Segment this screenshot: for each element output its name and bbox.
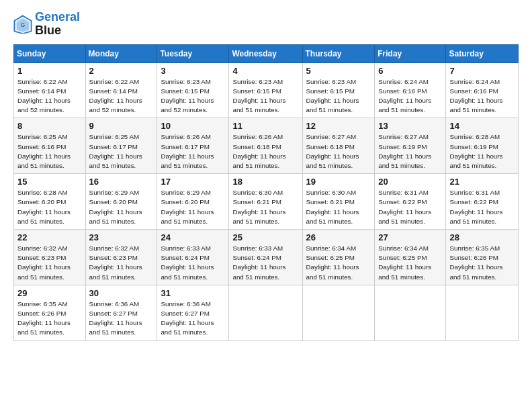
calendar-cell: 8Sunrise: 6:25 AM Sunset: 6:16 PM Daylig… (14, 118, 86, 174)
day-number: 17 (161, 177, 225, 187)
day-number: 2 (89, 66, 154, 76)
day-info: Sunrise: 6:34 AM Sunset: 6:25 PM Dayligh… (306, 244, 371, 282)
day-number: 20 (378, 177, 442, 187)
day-number: 21 (449, 177, 515, 187)
day-number: 24 (161, 232, 225, 242)
day-number: 25 (232, 232, 298, 242)
day-header-wednesday: Wednesday (229, 44, 302, 62)
day-number: 6 (378, 66, 442, 76)
calendar-cell: 1Sunrise: 6:22 AM Sunset: 6:14 PM Daylig… (14, 62, 86, 118)
day-header-tuesday: Tuesday (157, 44, 229, 62)
day-number: 18 (232, 177, 298, 187)
calendar-cell: 16Sunrise: 6:29 AM Sunset: 6:20 PM Dayli… (85, 174, 157, 230)
svg-text:G: G (21, 21, 26, 28)
day-number: 4 (232, 66, 298, 76)
day-number: 19 (306, 177, 371, 187)
day-number: 16 (89, 177, 154, 187)
day-number: 12 (306, 121, 371, 131)
day-number: 14 (449, 121, 515, 131)
day-info: Sunrise: 6:32 AM Sunset: 6:23 PM Dayligh… (89, 244, 154, 282)
day-number: 31 (161, 288, 225, 298)
calendar-cell: 26Sunrise: 6:34 AM Sunset: 6:25 PM Dayli… (302, 230, 375, 285)
day-info: Sunrise: 6:33 AM Sunset: 6:24 PM Dayligh… (161, 244, 225, 282)
day-info: Sunrise: 6:36 AM Sunset: 6:27 PM Dayligh… (161, 300, 225, 338)
day-number: 5 (306, 66, 371, 76)
week-row-1: 1Sunrise: 6:22 AM Sunset: 6:14 PM Daylig… (14, 62, 519, 118)
calendar-cell: 29Sunrise: 6:35 AM Sunset: 6:26 PM Dayli… (14, 285, 86, 340)
calendar-cell: 5Sunrise: 6:23 AM Sunset: 6:15 PM Daylig… (302, 62, 375, 118)
day-info: Sunrise: 6:22 AM Sunset: 6:14 PM Dayligh… (89, 77, 154, 116)
day-info: Sunrise: 6:23 AM Sunset: 6:15 PM Dayligh… (232, 77, 298, 116)
calendar-cell: 25Sunrise: 6:33 AM Sunset: 6:24 PM Dayli… (229, 230, 302, 285)
calendar-cell: 18Sunrise: 6:30 AM Sunset: 6:21 PM Dayli… (229, 174, 302, 230)
day-number: 7 (449, 66, 515, 76)
calendar-cell (375, 285, 446, 340)
day-info: Sunrise: 6:35 AM Sunset: 6:26 PM Dayligh… (449, 244, 515, 282)
day-info: Sunrise: 6:26 AM Sunset: 6:18 PM Dayligh… (232, 132, 298, 171)
day-info: Sunrise: 6:25 AM Sunset: 6:16 PM Dayligh… (17, 132, 82, 171)
logo-icon: G (13, 15, 32, 34)
calendar-cell: 14Sunrise: 6:28 AM Sunset: 6:19 PM Dayli… (446, 118, 519, 174)
day-info: Sunrise: 6:23 AM Sunset: 6:15 PM Dayligh… (306, 77, 371, 116)
day-number: 23 (89, 232, 154, 242)
calendar-cell: 23Sunrise: 6:32 AM Sunset: 6:23 PM Dayli… (85, 230, 157, 285)
day-info: Sunrise: 6:28 AM Sunset: 6:20 PM Dayligh… (17, 188, 82, 226)
day-number: 1 (17, 66, 82, 76)
calendar-cell: 7Sunrise: 6:24 AM Sunset: 6:16 PM Daylig… (446, 62, 519, 118)
day-info: Sunrise: 6:31 AM Sunset: 6:22 PM Dayligh… (449, 188, 515, 226)
week-row-3: 15Sunrise: 6:28 AM Sunset: 6:20 PM Dayli… (14, 174, 519, 230)
day-info: Sunrise: 6:29 AM Sunset: 6:20 PM Dayligh… (89, 188, 154, 226)
day-info: Sunrise: 6:36 AM Sunset: 6:27 PM Dayligh… (89, 300, 154, 338)
day-number: 29 (17, 288, 82, 298)
day-number: 28 (449, 232, 515, 242)
calendar-cell (446, 285, 519, 340)
calendar-cell: 28Sunrise: 6:35 AM Sunset: 6:26 PM Dayli… (446, 230, 519, 285)
day-info: Sunrise: 6:30 AM Sunset: 6:21 PM Dayligh… (232, 188, 298, 226)
calendar-cell: 17Sunrise: 6:29 AM Sunset: 6:20 PM Dayli… (157, 174, 229, 230)
day-number: 11 (232, 121, 298, 131)
day-header-monday: Monday (85, 44, 157, 62)
calendar-cell: 3Sunrise: 6:23 AM Sunset: 6:15 PM Daylig… (157, 62, 229, 118)
day-header-thursday: Thursday (302, 44, 375, 62)
calendar-cell: 10Sunrise: 6:26 AM Sunset: 6:17 PM Dayli… (157, 118, 229, 174)
day-number: 15 (17, 177, 82, 187)
header: G General Blue (13, 11, 519, 38)
day-info: Sunrise: 6:28 AM Sunset: 6:19 PM Dayligh… (449, 132, 515, 171)
day-info: Sunrise: 6:27 AM Sunset: 6:19 PM Dayligh… (378, 132, 442, 171)
page: G General Blue SundayMondayTuesdayWednes… (0, 0, 532, 411)
day-info: Sunrise: 6:33 AM Sunset: 6:24 PM Dayligh… (232, 244, 298, 282)
calendar-cell: 11Sunrise: 6:26 AM Sunset: 6:18 PM Dayli… (229, 118, 302, 174)
day-number: 13 (378, 121, 442, 131)
calendar-cell: 13Sunrise: 6:27 AM Sunset: 6:19 PM Dayli… (375, 118, 446, 174)
day-number: 10 (161, 121, 225, 131)
header-row: SundayMondayTuesdayWednesdayThursdayFrid… (14, 44, 519, 62)
calendar-body: 1Sunrise: 6:22 AM Sunset: 6:14 PM Daylig… (14, 62, 519, 340)
calendar-cell: 15Sunrise: 6:28 AM Sunset: 6:20 PM Dayli… (14, 174, 86, 230)
calendar-cell (302, 285, 375, 340)
day-info: Sunrise: 6:24 AM Sunset: 6:16 PM Dayligh… (449, 77, 515, 116)
calendar-cell: 30Sunrise: 6:36 AM Sunset: 6:27 PM Dayli… (85, 285, 157, 340)
day-info: Sunrise: 6:27 AM Sunset: 6:18 PM Dayligh… (306, 132, 371, 171)
day-info: Sunrise: 6:35 AM Sunset: 6:26 PM Dayligh… (17, 300, 82, 338)
day-number: 22 (17, 232, 82, 242)
calendar-cell: 27Sunrise: 6:34 AM Sunset: 6:25 PM Dayli… (375, 230, 446, 285)
day-number: 9 (89, 121, 154, 131)
day-number: 27 (378, 232, 442, 242)
calendar-cell: 9Sunrise: 6:25 AM Sunset: 6:17 PM Daylig… (85, 118, 157, 174)
calendar-cell: 19Sunrise: 6:30 AM Sunset: 6:21 PM Dayli… (302, 174, 375, 230)
day-info: Sunrise: 6:34 AM Sunset: 6:25 PM Dayligh… (378, 244, 442, 282)
calendar-cell: 2Sunrise: 6:22 AM Sunset: 6:14 PM Daylig… (85, 62, 157, 118)
day-info: Sunrise: 6:24 AM Sunset: 6:16 PM Dayligh… (378, 77, 442, 116)
logo-text: General Blue (35, 11, 80, 38)
day-info: Sunrise: 6:29 AM Sunset: 6:20 PM Dayligh… (161, 188, 225, 226)
day-info: Sunrise: 6:30 AM Sunset: 6:21 PM Dayligh… (306, 188, 371, 226)
week-row-2: 8Sunrise: 6:25 AM Sunset: 6:16 PM Daylig… (14, 118, 519, 174)
day-number: 8 (17, 121, 82, 131)
week-row-4: 22Sunrise: 6:32 AM Sunset: 6:23 PM Dayli… (14, 230, 519, 285)
day-number: 3 (161, 66, 225, 76)
calendar-cell: 22Sunrise: 6:32 AM Sunset: 6:23 PM Dayli… (14, 230, 86, 285)
day-number: 26 (306, 232, 371, 242)
calendar-cell: 12Sunrise: 6:27 AM Sunset: 6:18 PM Dayli… (302, 118, 375, 174)
calendar-cell: 24Sunrise: 6:33 AM Sunset: 6:24 PM Dayli… (157, 230, 229, 285)
calendar-cell: 20Sunrise: 6:31 AM Sunset: 6:22 PM Dayli… (375, 174, 446, 230)
